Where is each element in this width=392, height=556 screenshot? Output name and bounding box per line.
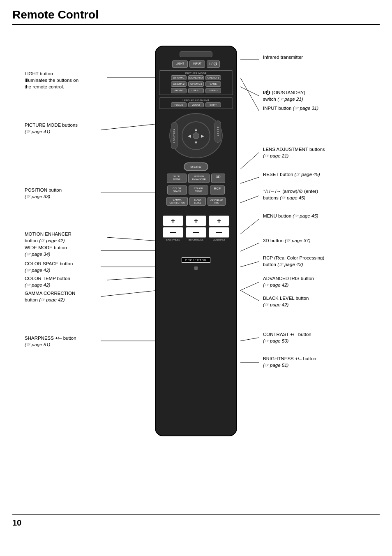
contrast-label: CONTRAST — [208, 239, 230, 241]
picture-mode-row3: PHOTO USER 1 USER 2 — [161, 88, 231, 93]
ann-contrast: CONTRAST +/– button(☞ page 50) — [263, 331, 386, 344]
svg-line-13 — [240, 177, 259, 183]
sharpness-plus-button[interactable]: + — [163, 215, 183, 226]
svg-line-7 — [101, 290, 158, 297]
nav-up[interactable]: ▲ — [193, 126, 199, 132]
dynamic-button[interactable]: DYNAMIC — [171, 75, 187, 81]
picture-mode-row1: DYNAMIC STANDARD CINEMA 1 — [161, 75, 231, 81]
ann-input-btn: INPUT button (☞ page 31) — [263, 105, 386, 111]
nav-grid: ▲ ◀ · ▶ ▼ — [186, 126, 206, 146]
ann-ir: Infrared transmitter — [263, 54, 386, 60]
cinema2-button[interactable]: CINEMA 2 — [171, 81, 187, 87]
projector-label: PROJECTOR — [182, 257, 210, 263]
svg-line-16 — [240, 243, 259, 251]
svg-line-14 — [240, 196, 259, 203]
nav-left[interactable]: ◀ — [186, 132, 193, 139]
ann-picture-mode: PICTURE MODE buttons(☞ page 41) — [25, 122, 103, 135]
reset-button[interactable]: RESET — [214, 120, 221, 143]
plus-row: + — SHARPNESS + — BRIGHTNESS + — CONTRAS… — [159, 215, 233, 241]
brightness-col: + — BRIGHTNESS — [185, 215, 207, 241]
ann-sharpness: SHARPNESS +/– button(☞ page 51) — [25, 335, 103, 348]
svg-line-3 — [107, 237, 158, 241]
user1-button[interactable]: USER 1 — [188, 88, 204, 93]
contrast-minus-button[interactable]: — — [209, 227, 229, 238]
input-button[interactable]: INPUT — [189, 60, 205, 68]
nav-right[interactable]: ▶ — [199, 132, 206, 139]
ann-brightness: BRIGHTNESS +/– button(☞ page 51) — [263, 355, 386, 368]
light-button[interactable]: LIGHT — [172, 60, 188, 68]
svg-line-10 — [240, 87, 259, 96]
svg-line-15 — [240, 219, 259, 234]
rcp-button[interactable]: RCP — [210, 185, 225, 195]
ann-rcp: RCP (Real Color Processing)button (☞ pag… — [263, 255, 386, 268]
sharpness-col: + — SHARPNESS — [162, 215, 184, 241]
focus-button[interactable]: FOCUS — [171, 102, 187, 108]
svg-line-18 — [240, 282, 259, 290]
svg-line-19 — [240, 290, 259, 301]
gamma-button[interactable]: GAMMACORRECTION — [166, 197, 188, 206]
zoom-button[interactable]: ZOOM — [188, 102, 204, 108]
sharpness-minus-button[interactable]: — — [163, 227, 183, 238]
cinema3-button[interactable]: CINEMA 3 — [188, 81, 204, 87]
nav-down[interactable]: ▼ — [193, 139, 199, 146]
3d-button[interactable]: 3D — [211, 174, 225, 183]
ann-menu-btn: MENU button (☞ page 45) — [263, 213, 386, 219]
ann-black-level: BLACK LEVEL button(☞ page 42) — [263, 295, 386, 308]
nav-center: ▲ ◀ · ▶ ▼ — [182, 121, 210, 150]
position-button[interactable]: POSITION — [171, 122, 178, 149]
user2-button[interactable]: USER 2 — [205, 88, 221, 93]
game-button[interactable]: GAME — [205, 81, 221, 87]
color-temp-button[interactable]: COLORTEMP — [189, 185, 208, 195]
cinema1-button[interactable]: CINEMA 1 — [205, 75, 221, 81]
photo-button[interactable]: PHOTO — [171, 88, 187, 93]
ann-position: POSITION button(☞ page 33) — [25, 187, 103, 200]
picture-mode-row2: CINEMA 2 CINEMA 3 GAME — [161, 81, 231, 87]
svg-line-12 — [240, 153, 259, 169]
contrast-col: + — CONTRAST — [208, 215, 230, 241]
nav-enter-btn[interactable]: · — [193, 132, 199, 139]
ann-light-button: LIGHT buttonIlluminates the buttons onth… — [25, 70, 103, 90]
signal-indicator — [194, 266, 198, 270]
brightness-label: BRIGHTNESS — [185, 239, 207, 241]
power-button[interactable]: I / ⏻ — [207, 60, 220, 68]
navigation-area: POSITION RESET ▲ ◀ · ▶ ▼ — [169, 113, 223, 158]
page-container: Remote Control — [0, 0, 392, 556]
standard-button[interactable]: STANDARD — [188, 75, 204, 81]
black-level-button[interactable]: BLACKLEVEL — [189, 197, 206, 206]
sharpness-label: SHARPNESS — [162, 239, 184, 241]
wide-motion-row: WIDEMODE MOTIONENHANCER 3D — [159, 174, 233, 183]
top-button-row: LIGHT INPUT I / ⏻ — [159, 60, 233, 68]
ann-reset: RESET button (☞ page 45) — [263, 171, 386, 178]
ann-advanced-iris: ADVANCED IRIS button(☞ page 42) — [263, 275, 386, 288]
ir-transmitter — [180, 51, 212, 57]
brightness-minus-button[interactable]: — — [186, 227, 206, 238]
svg-line-17 — [240, 262, 259, 267]
remote-control-body: LIGHT INPUT I / ⏻ PICTURE MODE DYNAMIC S… — [155, 46, 237, 436]
advanced-iris-button[interactable]: ADVANCEDIRIS — [208, 197, 226, 206]
brightness-plus-button[interactable]: + — [186, 215, 206, 226]
page-title: Remote Control — [12, 8, 380, 25]
picture-mode-label: PICTURE MODE — [161, 72, 231, 74]
color-rcp-row: COLORSPACE COLORTEMP RCP — [159, 185, 233, 195]
ann-color-temp: COLOR TEMP button(☞ page 42) — [25, 275, 103, 288]
page-footer: 10 — [12, 514, 380, 528]
svg-line-1 — [101, 124, 158, 130]
lens-label: LENS ADJUSTMEMT — [161, 99, 231, 102]
page-number: 10 — [12, 518, 21, 528]
ann-color-space: COLOR SPACE button(☞ page 42) — [25, 260, 103, 273]
svg-line-6 — [107, 277, 158, 280]
ann-lens-adj: LENS ADJUSTMENT buttons(☞ page 21) — [263, 146, 386, 159]
lens-section: LENS ADJUSTMEMT FOCUS ZOOM SHIFT — [159, 97, 233, 109]
diagram-area: LIGHT buttonIlluminates the buttons onth… — [12, 33, 380, 506]
color-space-button[interactable]: COLORSPACE — [167, 185, 187, 195]
contrast-plus-button[interactable]: + — [209, 215, 229, 226]
motion-enhancer-button[interactable]: MOTIONENHANCER — [188, 174, 210, 183]
wide-mode-button[interactable]: WIDEMODE — [167, 174, 187, 183]
ann-wide-mode: WIDE MODE button(☞ page 34) — [25, 244, 103, 257]
picture-mode-section: PICTURE MODE DYNAMIC STANDARD CINEMA 1 C… — [159, 70, 233, 95]
svg-line-20 — [240, 338, 259, 341]
footer-line — [25, 523, 380, 523]
ann-motion-enhancer: MOTION ENHANCERbutton (☞ page 42) — [25, 231, 103, 244]
menu-button[interactable]: MENU — [184, 162, 208, 171]
shift-button[interactable]: SHIFT — [205, 102, 221, 108]
